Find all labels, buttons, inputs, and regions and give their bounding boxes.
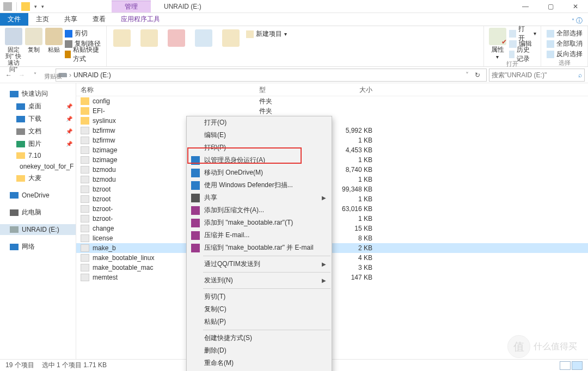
file-icon (81, 195, 89, 203)
ctx-item[interactable]: 发送到(N)▶ (187, 274, 332, 287)
ctx-item[interactable]: 打印(P) (187, 141, 332, 154)
ctx-item[interactable]: 编辑(E) (187, 129, 332, 141)
nav-pictures[interactable]: 图片📌 (0, 138, 76, 150)
pin-quickaccess-button[interactable]: 固定到" 快速访问" (4, 28, 22, 72)
submenu-arrow-icon: ▶ (322, 261, 326, 267)
cut-button[interactable]: 剪切 (65, 29, 102, 38)
qat-dropdown-icon[interactable]: ▾ (34, 4, 37, 9)
col-name[interactable]: 名称 (76, 83, 196, 96)
new-item-button[interactable]: 新建项目 (256, 29, 282, 39)
file-list[interactable]: 名称 型 大小 config件夹EFI-件夹syslinux件夹bzfirmw件… (76, 83, 588, 359)
folder-icon (16, 175, 25, 182)
ctx-item[interactable]: 移动到 OneDrive(M) (187, 166, 332, 179)
tab-application-tools[interactable]: 应用程序工具 (113, 13, 168, 26)
history-button[interactable]: 历史记录 (509, 50, 536, 59)
ctx-item[interactable]: 通过QQ/TIM发送到▶ (187, 258, 332, 270)
ctx-item[interactable]: 添加到压缩文件(A)... (187, 204, 332, 217)
ctx-item[interactable]: 添加到 "make_bootable.rar"(T) (187, 217, 332, 229)
file-name: syslinux (93, 117, 116, 125)
tab-file[interactable]: 文件 (0, 13, 28, 26)
nav-folder-damai[interactable]: 大麦 (0, 172, 76, 184)
documents-icon (16, 128, 25, 135)
nav-desktop[interactable]: 桌面📌 (0, 100, 76, 113)
tab-view[interactable]: 查看 (85, 13, 113, 26)
minimize-button[interactable]: — (513, 0, 538, 13)
nav-this-pc[interactable]: 此电脑 (0, 206, 76, 219)
select-none-button[interactable]: 全部取消 (547, 39, 583, 48)
search-box[interactable]: ⌕ (489, 69, 585, 82)
navigation-pane[interactable]: 快速访问 桌面📌 下载📌 文档📌 图片📌 7.10 onekey_tool_fo… (0, 83, 76, 359)
ctx-label: 压缩到 "make_bootable.rar" 并 E-mail (204, 243, 314, 252)
refresh-button[interactable]: ↻ (471, 71, 484, 79)
col-date[interactable] (196, 83, 255, 96)
pin-icon: 📌 (66, 116, 72, 122)
copy-icon (25, 28, 42, 45)
rename-icon[interactable] (195, 29, 212, 47)
rar-icon (191, 206, 200, 215)
copyto-icon[interactable] (140, 29, 158, 47)
search-input[interactable] (492, 71, 578, 79)
nav-onedrive[interactable]: OneDrive (0, 190, 76, 201)
nav-network[interactable]: 网络 (0, 240, 76, 253)
qat-overflow-icon[interactable]: ▾ (41, 4, 44, 9)
address-dropdown-icon[interactable]: ˅ (465, 71, 469, 79)
ctx-item[interactable]: 压缩到 "make_bootable.rar" 并 E-mail (187, 242, 332, 254)
nav-folder-onekey[interactable]: onekey_tool_for_F (0, 161, 76, 172)
file-row[interactable]: memtest2019/6/26/星期...文件147 KB (76, 273, 588, 282)
help-button[interactable]: ˄ ⓘ (566, 16, 588, 26)
column-headers[interactable]: 名称 型 大小 (76, 83, 588, 96)
ctx-item[interactable]: 压缩并 E-mail... (187, 229, 332, 242)
file-name: bzroot- (93, 215, 113, 222)
paste-button[interactable]: 粘贴 (45, 28, 63, 72)
ctx-item[interactable]: 打开(O) (187, 116, 332, 129)
nav-documents[interactable]: 文档📌 (0, 125, 76, 138)
copy-button[interactable]: 复制 (24, 28, 42, 72)
nav-folder-710[interactable]: 7.10 (0, 150, 76, 161)
view-icons-button[interactable] (572, 361, 583, 370)
delete-icon[interactable] (168, 29, 185, 47)
search-icon[interactable]: ⌕ (578, 71, 582, 79)
open-button[interactable]: 打开 ▾ (509, 29, 536, 38)
select-all-button[interactable]: 全部选择 (547, 29, 583, 38)
view-details-button[interactable] (560, 361, 571, 370)
properties-button[interactable]: ✔ 属性▾ (488, 28, 507, 60)
file-name: change (93, 225, 114, 232)
maximize-button[interactable]: ▢ (538, 0, 563, 13)
paste-shortcut-button[interactable]: 粘贴快捷方式 (65, 50, 102, 59)
moveto-icon[interactable] (113, 29, 131, 47)
ctx-item[interactable]: 粘贴(P) (187, 316, 332, 328)
close-button[interactable]: ✕ (563, 0, 588, 13)
status-item-count: 19 个项目 (5, 361, 34, 370)
ctx-item[interactable]: 使用 Windows Defender扫描... (187, 179, 332, 191)
col-size[interactable]: 大小 (322, 83, 377, 96)
ctx-label: 打印(P) (204, 143, 226, 152)
ctx-item[interactable]: 以管理员身份运行(A) (187, 154, 332, 166)
tab-home[interactable]: 主页 (28, 13, 57, 26)
ctx-item[interactable]: 剪切(T) (187, 290, 332, 303)
ctx-item[interactable]: 共享▶ (187, 191, 332, 204)
tab-share[interactable]: 共享 (57, 13, 85, 26)
open-icon (509, 30, 517, 38)
nav-quick-access[interactable]: 快速访问 (0, 88, 76, 100)
ctx-item[interactable]: 复制(C) (187, 303, 332, 316)
paste-icon (45, 28, 63, 45)
ribbon: 固定到" 快速访问" 复制 粘贴 剪切 复制路径 粘贴快捷方式 剪贴板 新建项目… (0, 26, 588, 67)
qat-folder-icon[interactable] (21, 2, 30, 11)
ctx-label: 压缩并 E-mail... (204, 231, 249, 240)
ctx-item[interactable]: 创建快捷方式(S) (187, 332, 332, 344)
desktop-icon (16, 103, 25, 110)
group-select-label: 选择 (559, 59, 571, 67)
submenu-arrow-icon: ▶ (322, 195, 326, 201)
address-bar[interactable]: › UNRAID (E:) ˅ ↻ (56, 69, 487, 82)
ctx-item[interactable]: 重命名(M) (187, 357, 332, 369)
file-icon (81, 244, 89, 252)
invert-selection-button[interactable]: 反向选择 (547, 50, 583, 59)
ctx-item[interactable]: 删除(D) (187, 344, 332, 357)
contextual-tab-manage[interactable]: 管理 (112, 1, 151, 13)
newfolder-icon[interactable] (222, 29, 240, 47)
nav-drive-unraid[interactable]: UNRAID (E:) (0, 224, 76, 235)
file-name: bzimage (93, 156, 117, 164)
nav-downloads[interactable]: 下载📌 (0, 113, 76, 125)
recent-dropdown[interactable]: ˅ (29, 72, 40, 78)
ctx-label: 发送到(N) (204, 276, 233, 285)
